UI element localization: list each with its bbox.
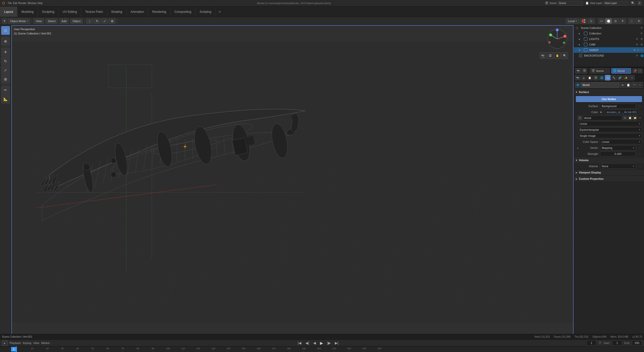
scene-label[interactable]: Scene <box>549 2 556 5</box>
volume-value[interactable]: None ▾ <box>600 164 636 169</box>
grab-tool[interactable]: ↕ <box>86 18 93 24</box>
measure-tool[interactable]: 📐 <box>1 95 10 103</box>
tab-shading[interactable]: Shading <box>107 7 127 17</box>
current-frame-field[interactable]: 1 <box>586 340 596 346</box>
show-overlays[interactable]: ○ <box>628 18 635 24</box>
color-expand-btn[interactable]: ▾ <box>600 110 602 115</box>
texture-copy-btn[interactable]: 📋 <box>628 116 632 120</box>
strength-dots[interactable]: ⋮ <box>638 151 642 156</box>
surface-value[interactable]: Background <box>600 104 636 109</box>
transform-tool[interactable]: ⊞ <box>1 75 10 83</box>
proportional-edit[interactable]: ⊙ <box>588 18 595 24</box>
cam-eye[interactable]: 👁 <box>636 43 638 46</box>
particles-props-tab[interactable]: ✨ <box>623 75 629 80</box>
viewport-display-header[interactable]: Viewport Display <box>574 169 644 175</box>
collection-eye[interactable]: 👁 <box>640 32 643 35</box>
outliner-item-lights[interactable]: ▸ LIGHTS 👁 👁 <box>574 36 644 42</box>
use-nodes-button[interactable]: Use Nodes <box>576 96 642 102</box>
object-menu[interactable]: Object <box>70 18 83 24</box>
marker-menu[interactable]: Marker <box>41 341 50 344</box>
rotate-tool[interactable]: ↻ <box>1 57 10 65</box>
output-props-tab[interactable]: 🖨 <box>581 75 586 80</box>
timeline-mode-btn[interactable]: ▸ <box>2 340 8 346</box>
view-menu-timeline[interactable]: View <box>33 341 39 344</box>
scene-select-btn[interactable]: 🎬 Scene <box>590 68 610 74</box>
tab-rendering[interactable]: Rendering <box>148 7 170 17</box>
world-icon-sphere[interactable]: 🌐 <box>575 82 580 88</box>
prop-icon-scene[interactable]: 🎬 <box>582 68 587 74</box>
lights-eye[interactable]: 👁 <box>636 37 638 40</box>
prop-icon-render[interactable]: 📷 <box>575 68 581 74</box>
wireframe-mode[interactable]: ▭ <box>598 18 605 24</box>
color-value[interactable]: dresden_st..._4k.hdr.001 <box>605 110 639 115</box>
texture-close-btn[interactable]: × <box>638 116 642 120</box>
tab-texture-paint[interactable]: Texture Paint <box>81 7 107 17</box>
surface-section-header[interactable]: Surface <box>574 89 644 95</box>
scene-props-tab[interactable]: 🎬 <box>593 75 598 80</box>
search-button[interactable]: 🔍 <box>630 1 635 6</box>
linear-field[interactable]: Linear ▾ <box>578 121 642 126</box>
texture-name-field[interactable]: dresd <box>583 115 622 120</box>
help-menu[interactable]: Help <box>37 2 43 5</box>
scale-tool[interactable]: ⤢ <box>101 18 108 24</box>
tab-uv-editing[interactable]: UV Editing <box>59 7 81 17</box>
volume-section-header[interactable]: Volume <box>574 157 644 163</box>
edit-menu[interactable]: Edit <box>13 2 17 5</box>
pin-button[interactable]: 📌 <box>633 69 637 73</box>
scale-tool[interactable]: ⤢ <box>1 66 10 74</box>
rotate-tool[interactable]: ↻ <box>94 18 101 24</box>
outliner-item-saber[interactable]: ▾ SABER ⚙ 52 👁 <box>574 47 644 53</box>
view-menu[interactable]: View <box>33 18 44 24</box>
outliner-item-background[interactable]: BACKGROUND 👁 🌐 <box>574 53 644 58</box>
close-panel-btn[interactable]: × <box>638 69 642 73</box>
mode-selector[interactable]: Object Mode ▾ <box>8 18 30 24</box>
end-frame-field[interactable]: 250 <box>632 340 642 346</box>
saber-eye[interactable]: 👁 <box>640 49 643 52</box>
tab-scripting[interactable]: Scripting <box>195 7 216 17</box>
add-menu[interactable]: Add <box>59 18 69 24</box>
tab-compositing[interactable]: Compositing <box>171 7 196 17</box>
constraint-props-tab[interactable]: 🔗 <box>617 75 623 80</box>
viewlayer-props-tab[interactable]: 📋 <box>587 75 592 80</box>
transform-tool[interactable]: ⊞ <box>109 18 116 24</box>
world-select-btn[interactable]: 🌐 World <box>611 68 631 74</box>
physics-props-tab[interactable]: ⚛ <box>629 75 635 80</box>
scene-selector[interactable]: Scene <box>558 1 583 6</box>
world-close-btn[interactable]: × <box>637 82 642 88</box>
view-layer-label[interactable]: View Layer <box>590 2 602 5</box>
play-btn[interactable]: ▶ <box>319 340 324 346</box>
viewport-3d[interactable]: User Perspective (1) Scene Collection | … <box>11 25 574 339</box>
single-image-field[interactable]: Single Image ▾ <box>578 133 642 138</box>
color-space-value[interactable]: Linear ▾ <box>600 139 642 144</box>
zoom-view-icon[interactable]: 🔍 <box>561 52 568 59</box>
move-tool[interactable]: ✛ <box>1 48 10 56</box>
world-copy-btn[interactable]: 📋 <box>626 82 631 88</box>
texture-browse-btn[interactable]: ☰ <box>578 116 582 120</box>
render-view-icon[interactable]: 🖼 <box>547 52 553 59</box>
modifier-props-tab[interactable]: 🔧 <box>611 75 617 80</box>
tab-animation[interactable]: Animation <box>127 7 148 17</box>
tab-sculpting[interactable]: Sculpting <box>38 7 59 17</box>
snap-button[interactable]: 🧲 <box>580 18 587 24</box>
file-menu[interactable]: File <box>8 2 12 5</box>
texture-link-btn[interactable]: ⧉ <box>623 116 627 120</box>
material-preview-mode[interactable]: ◎ <box>612 18 619 24</box>
navigation-gizmo[interactable]: X Y Z -X -Y <box>546 28 569 50</box>
annotate-tool[interactable]: ✏ <box>1 86 10 94</box>
texture-folder-btn[interactable]: 📁 <box>633 116 637 120</box>
mode-icon-btn[interactable]: ▾ <box>2 18 7 24</box>
start-frame-field[interactable]: 1 <box>612 340 622 346</box>
rendered-mode[interactable]: ☀ <box>619 18 626 24</box>
move-view-icon[interactable]: ✋ <box>554 52 561 59</box>
render-props-tab[interactable]: 📷 <box>575 75 580 80</box>
add-workspace-button[interactable]: + <box>216 7 224 17</box>
background-eye[interactable]: 👁 <box>636 54 638 57</box>
surface-dots[interactable]: ⋮ <box>638 104 642 109</box>
keying-menu[interactable]: Keying <box>23 341 31 344</box>
filter-button[interactable]: ☰ <box>637 1 642 6</box>
scene-collection-eye[interactable]: 👁 <box>640 26 643 29</box>
jump-end-btn[interactable]: ▶| <box>334 340 340 345</box>
vector-expand[interactable]: ▸ <box>576 146 580 150</box>
prev-keyframe-btn[interactable]: ◀| <box>304 340 310 345</box>
volume-dots[interactable]: ⋮ <box>638 164 642 169</box>
